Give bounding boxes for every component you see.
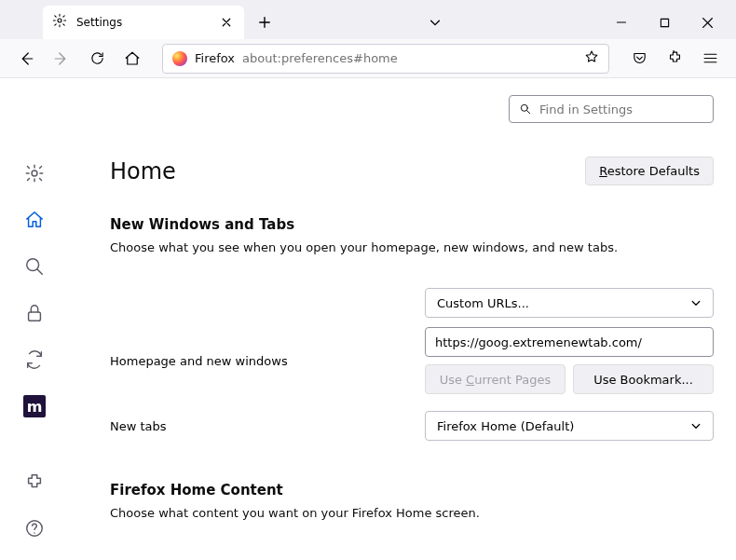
forward-button[interactable] bbox=[47, 44, 76, 74]
url-bar[interactable]: Firefox about:preferences#home bbox=[162, 44, 609, 74]
sidebar-more-mozilla[interactable]: m bbox=[21, 393, 48, 419]
menu-button[interactable] bbox=[695, 44, 725, 74]
home-form: Custom URLs... Homepage and new windows … bbox=[110, 288, 714, 441]
maximize-button[interactable] bbox=[643, 7, 686, 37]
homepage-url-input[interactable] bbox=[425, 327, 714, 357]
svg-point-2 bbox=[32, 171, 37, 176]
window-controls bbox=[600, 7, 729, 37]
url-path: about:preferences#home bbox=[242, 51, 577, 65]
url-prefix: Firefox bbox=[195, 51, 235, 65]
firefox-logo-icon bbox=[172, 51, 187, 66]
section-desc: Choose what you see when you open your h… bbox=[110, 240, 714, 254]
settings-search-input[interactable] bbox=[539, 102, 703, 116]
minimize-button[interactable] bbox=[600, 7, 643, 37]
svg-rect-1 bbox=[661, 19, 668, 26]
use-current-pages-button[interactable]: Use Current Pages bbox=[425, 364, 566, 394]
content-area: m Home Restore Defaults New Windows and … bbox=[0, 78, 736, 560]
section-heading: New Windows and Tabs bbox=[110, 216, 714, 233]
homepage-mode-select[interactable]: Custom URLs... bbox=[425, 288, 714, 318]
sidebar-sync[interactable] bbox=[21, 347, 48, 373]
settings-sidebar: m bbox=[0, 78, 69, 560]
search-icon bbox=[519, 102, 532, 116]
home-button[interactable] bbox=[117, 44, 147, 74]
new-tab-button[interactable] bbox=[250, 7, 279, 37]
sidebar-home[interactable] bbox=[21, 207, 48, 233]
sidebar-general[interactable] bbox=[21, 160, 48, 186]
chevron-down-icon bbox=[690, 420, 702, 431]
homepage-label: Homepage and new windows bbox=[110, 354, 425, 368]
restore-defaults-button[interactable]: Restore Defaults bbox=[585, 157, 714, 185]
section-heading: Firefox Home Content bbox=[110, 482, 714, 499]
newtabs-label: New tabs bbox=[110, 419, 425, 433]
newtabs-value: Firefox Home (Default) bbox=[437, 419, 690, 433]
chevron-down-icon bbox=[690, 297, 702, 308]
bookmark-star-icon[interactable] bbox=[584, 49, 599, 68]
back-button[interactable] bbox=[11, 44, 41, 74]
browser-tab[interactable]: Settings bbox=[43, 6, 244, 39]
settings-search[interactable] bbox=[509, 95, 714, 123]
extensions-button[interactable] bbox=[660, 44, 689, 74]
close-window-button[interactable] bbox=[686, 7, 729, 37]
section-desc: Choose what content you want on your Fir… bbox=[110, 506, 714, 520]
svg-point-6 bbox=[521, 104, 527, 111]
tab-list-button[interactable] bbox=[419, 7, 451, 37]
gear-icon bbox=[52, 13, 67, 32]
close-icon[interactable] bbox=[218, 14, 235, 31]
use-bookmark-button[interactable]: Use Bookmark... bbox=[573, 364, 714, 394]
mozilla-icon: m bbox=[23, 395, 46, 417]
newtabs-select[interactable]: Firefox Home (Default) bbox=[425, 411, 714, 441]
svg-rect-4 bbox=[29, 312, 41, 321]
svg-point-0 bbox=[58, 19, 61, 22]
toolbar: Firefox about:preferences#home bbox=[0, 39, 736, 78]
sidebar-search[interactable] bbox=[21, 253, 48, 280]
sidebar-privacy[interactable] bbox=[21, 300, 48, 326]
sidebar-extensions[interactable] bbox=[21, 469, 48, 495]
titlebar: Settings bbox=[0, 0, 736, 39]
tab-title: Settings bbox=[76, 16, 209, 29]
pocket-button[interactable] bbox=[624, 44, 654, 74]
reload-button[interactable] bbox=[82, 44, 112, 74]
homepage-mode-value: Custom URLs... bbox=[437, 296, 690, 310]
settings-main: Home Restore Defaults New Windows and Ta… bbox=[69, 78, 736, 560]
sidebar-support[interactable] bbox=[21, 515, 48, 541]
